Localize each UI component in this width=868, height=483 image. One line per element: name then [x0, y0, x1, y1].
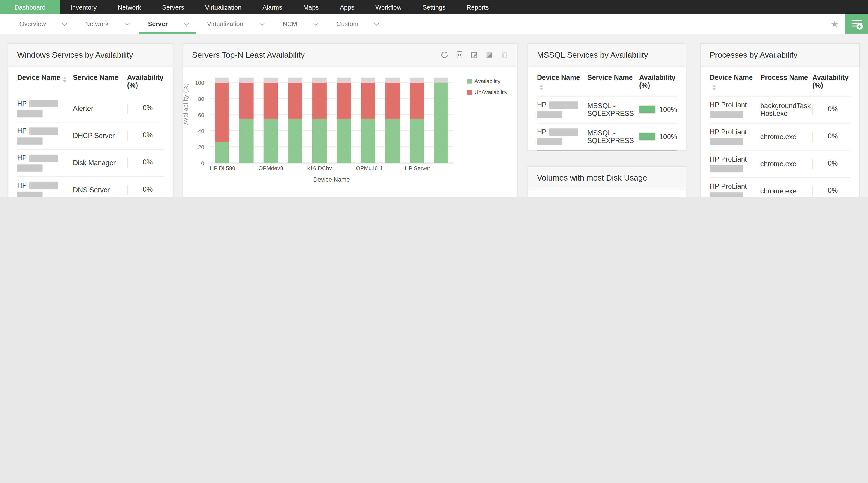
y-axis-title: Availability (%) [182, 83, 190, 125]
nav-item-apps[interactable]: Apps [329, 0, 365, 14]
redacted-text-block [710, 165, 743, 173]
chevron-down-icon[interactable] [124, 20, 130, 26]
chart-bar-bar-6[interactable] [332, 78, 356, 163]
mssql-services-table: Device NameService NameAvailability (%)H… [528, 66, 686, 150]
device-name-cell: HP [537, 101, 587, 118]
cell-text: chrome.exe [761, 133, 812, 141]
cell-text: DHCP Server [73, 132, 127, 140]
processes-availability-card: Processes by Availability Device NamePro… [700, 43, 860, 197]
availability-tick [812, 105, 813, 114]
nav-item-reports[interactable]: Reports [456, 0, 499, 14]
nav-item-maps[interactable]: Maps [293, 0, 329, 14]
column-header-device-name[interactable]: Device Name [537, 74, 587, 90]
chevron-down-icon[interactable] [184, 20, 189, 26]
chart-bar-hp-dl580[interactable] [210, 78, 234, 163]
contrast-view-icon[interactable] [486, 51, 493, 59]
device-name-text: HP [17, 127, 27, 135]
nav-item-virtualization[interactable]: Virtualization [195, 0, 252, 14]
table-row[interactable]: HPMSSQL - SQLEXPRESS100% [537, 96, 677, 123]
add-widget-button[interactable] [845, 14, 868, 34]
column-header-service-name: Service Name [73, 74, 127, 89]
favorite-star-icon[interactable]: ★ [824, 14, 845, 34]
y-axis-ticks: 020406080100 [191, 78, 208, 163]
nav-item-alarms[interactable]: Alarms [252, 0, 293, 14]
card-header: Processes by Availability [701, 44, 859, 66]
table-row[interactable]: HPAlerter0% [17, 95, 164, 122]
export-report-icon[interactable] [456, 51, 463, 59]
tab-overview[interactable]: Overview [9, 14, 75, 34]
sort-icon[interactable] [712, 85, 716, 90]
device-name-text: HP ProLiant [710, 101, 747, 109]
column-header-device-name[interactable]: Device Name [710, 74, 761, 90]
windows-services-table: Device NameService NameAvailability (%)H… [8, 66, 173, 197]
nav-item-workflow[interactable]: Workflow [365, 0, 412, 14]
device-name-cell: HP ProLiant [710, 101, 761, 118]
availability-value: 0% [143, 159, 153, 166]
column-header-device-name[interactable]: Device Name [17, 74, 73, 89]
redacted-text-block [30, 127, 58, 135]
chevron-down-icon[interactable] [374, 20, 379, 26]
redacted-text-block [710, 111, 743, 118]
availability-value: 0% [828, 105, 838, 113]
chart-bar-hp-server[interactable] [405, 78, 429, 163]
chart-bar-opmu16-1[interactable] [356, 78, 380, 163]
delete-widget-icon[interactable] [500, 51, 508, 59]
chart-bar-opmdev8[interactable] [258, 78, 283, 163]
device-name-cell: HP [537, 128, 587, 145]
chevron-down-icon[interactable] [313, 20, 318, 26]
device-name-cell: HP [17, 127, 73, 145]
chevron-down-icon[interactable] [259, 20, 265, 26]
tab-network[interactable]: Network [75, 14, 138, 34]
servers-topn-availability-card: Servers Top-N Least Availability [183, 43, 518, 197]
nav-item-servers[interactable]: Servers [151, 0, 194, 14]
edit-widget-icon[interactable] [471, 51, 478, 59]
table-row[interactable]: HPDHCP Server0% [17, 122, 164, 149]
tab-server[interactable]: Server [138, 14, 197, 34]
sort-icon[interactable] [540, 85, 543, 90]
card-title: Volumes with most Disk Usage [537, 173, 647, 182]
sort-icon[interactable] [63, 77, 66, 82]
column-header-availability: Availability (%) [812, 74, 850, 90]
table-row[interactable]: HPDisk Manager0% [17, 149, 164, 177]
x-tick-label: HP DL580 [210, 165, 234, 171]
nav-item-network[interactable]: Network [107, 0, 151, 14]
table-header-row: Device NameVolumeUtilization(%) [537, 190, 677, 197]
x-tick-label [332, 165, 356, 171]
nav-item-dashboard[interactable]: Dashboard [0, 0, 60, 14]
table-row[interactable]: HP ProLiantchrome.exe0% [710, 178, 850, 197]
table-row[interactable]: HP ProLiantchrome.exe0% [710, 150, 850, 178]
device-name-text: HP [17, 182, 27, 189]
table-row[interactable]: HP ProLiantchrome.exe0% [710, 123, 850, 150]
card-title: Servers Top-N Least Availability [192, 51, 305, 59]
top-navigation: DashboardInventoryNetworkServersVirtuali… [0, 0, 868, 14]
refresh-icon[interactable] [440, 51, 448, 59]
chart-bar-bar-8[interactable] [380, 78, 405, 163]
device-name-text: HP [537, 128, 547, 136]
table-row[interactable]: HP ProLiantbackgroundTask Host.exe0% [710, 96, 850, 123]
chart-bar-bar-4[interactable] [283, 78, 307, 163]
table-row[interactable]: HPDNS Server0% [17, 177, 164, 197]
chart-bar-k16-dchv[interactable] [307, 78, 332, 163]
device-name-text: HP [537, 101, 547, 109]
nav-item-inventory[interactable]: Inventory [60, 0, 107, 14]
cell-text: chrome.exe [761, 160, 812, 168]
availability-cell: 0% [127, 185, 164, 195]
availability-tick [127, 185, 128, 195]
chart-plot-area [210, 78, 454, 163]
tab-custom[interactable]: Custom [327, 14, 388, 34]
chart-bar-bar-2[interactable] [234, 78, 258, 163]
chart-bar-bar-10[interactable] [429, 78, 454, 163]
tab-virtualization[interactable]: Virtualization [197, 14, 273, 34]
card-title: Windows Services by Availability [17, 51, 133, 59]
windows-services-card: Windows Services by Availability Device … [8, 43, 173, 197]
availability-value: 0% [828, 132, 838, 140]
chevron-down-icon[interactable] [62, 20, 67, 26]
x-axis-title: Device Name [210, 176, 454, 183]
y-tick-label: 20 [188, 144, 204, 150]
redacted-text-block [30, 101, 58, 108]
nav-item-settings[interactable]: Settings [412, 0, 456, 14]
availability-value: 0% [828, 187, 838, 194]
availability-cell: 0% [127, 131, 164, 141]
table-row[interactable]: HPMSSQL - SQLEXPRESS100% [537, 123, 677, 150]
tab-ncm[interactable]: NCM [273, 14, 327, 34]
